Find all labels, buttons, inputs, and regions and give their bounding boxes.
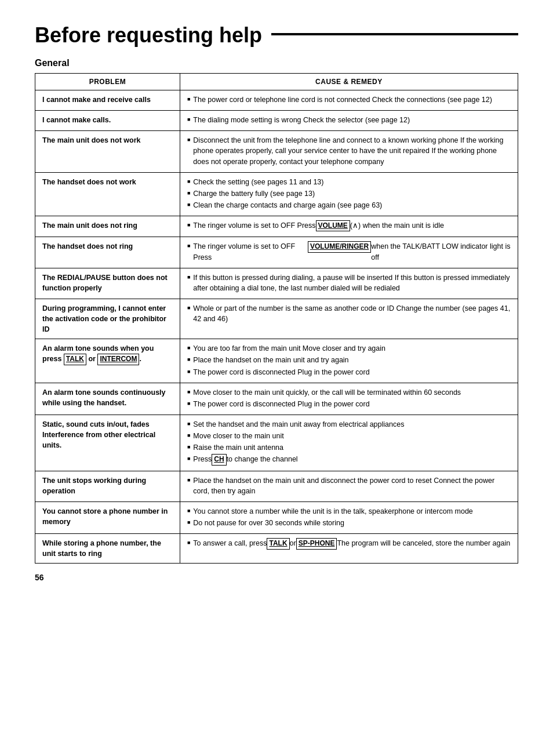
table-row: I cannot make calls.The dialing mode set… (35, 111, 518, 131)
remedy-cell: The power cord or telephone line cord is… (180, 90, 518, 111)
table-row: The main unit does not workDisconnect th… (35, 131, 518, 172)
col-problem: PROBLEM (35, 74, 180, 90)
remedy-item: Disconnect the unit from the telephone l… (187, 135, 511, 166)
remedy-cell: To answer a call, press TALK or SP-PHONE… (180, 534, 518, 564)
problem-cell: Static, sound cuts in/out, fades Interfe… (35, 415, 180, 471)
remedy-item: The dialing mode setting is wrong Check … (187, 115, 511, 125)
troubleshoot-table: PROBLEM CAUSE & REMEDY I cannot make and… (35, 73, 518, 564)
table-row: Static, sound cuts in/out, fades Interfe… (35, 415, 518, 471)
table-row: The handset does not workCheck the setti… (35, 172, 518, 216)
page-title: Before requesting help (35, 23, 262, 48)
remedy-item: Set the handset and the main unit away f… (187, 419, 511, 430)
table-row: The main unit does not ringThe ringer vo… (35, 216, 518, 237)
problem-cell: I cannot make calls. (35, 111, 180, 131)
table-row: You cannot store a phone number in memor… (35, 501, 518, 533)
problem-cell: The main unit does not ring (35, 216, 180, 237)
remedy-cell: Check the setting (see pages 11 and 13)C… (180, 172, 518, 216)
remedy-cell: You cannot store a number while the unit… (180, 501, 518, 533)
page-number: 56 (35, 573, 518, 582)
remedy-cell: The ringer volume is set to OFF Press VO… (180, 237, 518, 268)
remedy-item: Clean the charge contacts and charge aga… (187, 200, 511, 210)
remedy-cell: If this button is pressed during dialing… (180, 268, 518, 299)
remedy-item: Press CH to change the channel (187, 454, 511, 465)
table-row: The REDIAL/PAUSE button does not functio… (35, 268, 518, 299)
col-remedy: CAUSE & REMEDY (180, 74, 518, 90)
remedy-cell: Place the handset on the main unit and d… (180, 471, 518, 501)
remedy-item: Raise the main unit antenna (187, 442, 511, 453)
remedy-cell: Move closer to the main unit quickly, or… (180, 383, 518, 415)
problem-cell: You cannot store a phone number in memor… (35, 501, 180, 533)
problem-cell: The REDIAL/PAUSE button does not functio… (35, 268, 180, 299)
remedy-item: The power cord is disconnected Plug in t… (187, 367, 511, 377)
problem-cell: The handset does not ring (35, 237, 180, 268)
remedy-item: The power cord is disconnected Plug in t… (187, 399, 511, 409)
remedy-item: Place the handset on the main unit and t… (187, 355, 511, 365)
problem-cell: I cannot make and receive calls (35, 90, 180, 111)
table-row: The unit stops working during operationP… (35, 471, 518, 501)
remedy-cell: The ringer volume is set to OFF Press VO… (180, 216, 518, 237)
problem-cell: An alarm tone sounds continuously while … (35, 383, 180, 415)
problem-cell: The handset does not work (35, 172, 180, 216)
table-row: While storing a phone number, the unit s… (35, 534, 518, 564)
remedy-item: The ringer volume is set to OFF Press VO… (187, 241, 511, 262)
table-row: An alarm tone sounds continuously while … (35, 383, 518, 415)
table-row: The handset does not ringThe ringer volu… (35, 237, 518, 268)
remedy-cell: Set the handset and the main unit away f… (180, 415, 518, 471)
table-row: An alarm tone sounds when you press TALK… (35, 339, 518, 383)
table-row: During programming, I cannot enter the a… (35, 299, 518, 339)
remedy-cell: The dialing mode setting is wrong Check … (180, 111, 518, 131)
remedy-item: Place the handset on the main unit and d… (187, 475, 511, 496)
remedy-item: Check the setting (see pages 11 and 13) (187, 177, 511, 187)
remedy-item: To answer a call, press TALK or SP-PHONE… (187, 538, 511, 549)
problem-cell: While storing a phone number, the unit s… (35, 534, 180, 564)
remedy-item: You are too far from the main unit Move … (187, 343, 511, 354)
remedy-item: Do not pause for over 30 seconds while s… (187, 518, 511, 528)
remedy-item: You cannot store a number while the unit… (187, 506, 511, 517)
problem-cell: An alarm tone sounds when you press TALK… (35, 339, 180, 383)
section-title: General (35, 58, 518, 68)
remedy-cell: Whole or part of the number is the same … (180, 299, 518, 339)
remedy-item: Move closer to the main unit (187, 431, 511, 441)
remedy-item: The power cord or telephone line cord is… (187, 94, 511, 105)
table-row: I cannot make and receive callsThe power… (35, 90, 518, 111)
problem-cell: The main unit does not work (35, 131, 180, 172)
remedy-item: The ringer volume is set to OFF Press VO… (187, 220, 511, 231)
title-rule (271, 33, 518, 35)
remedy-cell: Disconnect the unit from the telephone l… (180, 131, 518, 172)
remedy-item: Whole or part of the number is the same … (187, 303, 511, 324)
problem-cell: The unit stops working during operation (35, 471, 180, 501)
remedy-cell: You are too far from the main unit Move … (180, 339, 518, 383)
remedy-item: Charge the battery fully (see page 13) (187, 188, 511, 199)
remedy-item: Move closer to the main unit quickly, or… (187, 387, 511, 398)
problem-cell: During programming, I cannot enter the a… (35, 299, 180, 339)
remedy-item: If this button is pressed during dialing… (187, 272, 511, 293)
